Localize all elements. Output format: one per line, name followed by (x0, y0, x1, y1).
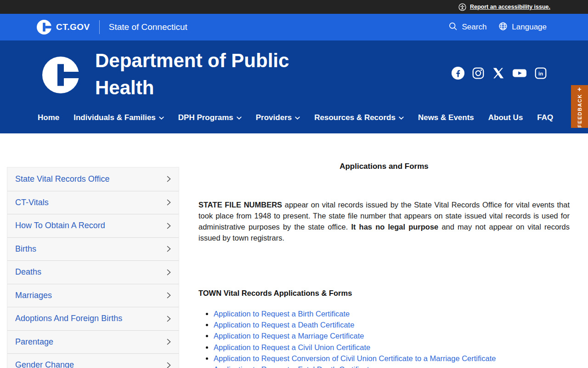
link-fetal-death-certificate[interactable]: Application to Request a Fetal Death Cer… (214, 365, 373, 368)
chevron-right-icon (167, 199, 171, 206)
sidebar-item-marriages[interactable]: Marriages (7, 284, 179, 307)
svg-text:in: in (538, 71, 543, 76)
nav-providers[interactable]: Providers (256, 113, 300, 122)
chevron-down-icon (295, 116, 300, 120)
chevron-right-icon (167, 269, 171, 276)
ctgov-wordmark: CT.GOV (56, 22, 90, 32)
feedback-tab[interactable]: + FEEDBACK (571, 85, 588, 128)
report-accessibility-link[interactable]: Report an accessibility issue. (470, 4, 550, 10)
list-item: Application to Request a Civil Union Cer… (214, 342, 570, 353)
feedback-label: FEEDBACK (577, 94, 582, 127)
intro-paragraph: STATE FILE NUMBERS appear on vital recor… (198, 199, 570, 243)
section-sidebar: State Vital Records Office CT-Vitals How… (7, 167, 179, 368)
agency-header: Department of Public Health (0, 40, 588, 133)
nav-about-us[interactable]: About Us (488, 113, 523, 122)
language-label: Language (512, 23, 547, 32)
brand-divider (99, 20, 100, 34)
search-button[interactable]: Search (448, 22, 486, 33)
list-item: Application to Request a Birth Certifica… (214, 308, 570, 319)
main-navigation: Home Individuals & Families DPH Programs… (38, 113, 553, 122)
sidebar-item-ct-vitals[interactable]: CT-Vitals (7, 191, 179, 214)
intro-bold-state-file-numbers: STATE FILE NUMBERS (198, 201, 282, 209)
sidebar-item-state-vital-records-office[interactable]: State Vital Records Office (7, 167, 179, 191)
sidebar-item-how-to-obtain-a-record[interactable]: How To Obtain A Record (7, 214, 179, 237)
sidebar-item-births[interactable]: Births (7, 237, 179, 261)
link-civil-union-certificate[interactable]: Application to Request a Civil Union Cer… (214, 343, 370, 351)
nav-individuals-families[interactable]: Individuals & Families (74, 113, 164, 122)
list-item: Application to Request a Marriage Certif… (214, 330, 570, 341)
utility-bar: CT.GOV State of Connecticut Search (0, 14, 588, 40)
chevron-down-icon (399, 116, 404, 120)
search-icon (448, 22, 458, 33)
forms-link-list: Application to Request a Birth Certifica… (198, 308, 570, 368)
sidebar-item-parentage[interactable]: Parentage (7, 330, 179, 354)
page-title: Applications and Forms (198, 162, 570, 171)
chevron-right-icon (167, 176, 171, 182)
dph-logo-icon (42, 57, 79, 93)
agency-title: Department of Public Health (95, 47, 352, 101)
feedback-plus: + (577, 85, 582, 93)
chevron-down-icon (159, 116, 164, 120)
list-item: Application to Request Conversion of Civ… (214, 353, 570, 364)
list-item: Application to Request a Fetal Death Cer… (214, 364, 570, 368)
nav-resources-records[interactable]: Resources & Records (314, 113, 404, 122)
chevron-right-icon (167, 223, 171, 229)
x-icon[interactable] (492, 66, 505, 80)
linkedin-icon[interactable]: in (534, 66, 548, 80)
link-death-certificate[interactable]: Application to Request a Death Certifica… (214, 321, 354, 329)
nav-dph-programs[interactable]: DPH Programs (178, 113, 242, 122)
nav-home[interactable]: Home (38, 113, 59, 122)
instagram-icon[interactable] (471, 66, 485, 80)
list-item: Application to Request a Death Certifica… (214, 319, 570, 330)
chevron-right-icon (167, 316, 171, 322)
language-button[interactable]: Language (498, 22, 547, 33)
globe-icon (498, 22, 508, 33)
accessibility-icon (458, 3, 466, 11)
town-forms-heading: TOWN Vital Records Applications & Forms (198, 289, 570, 298)
social-icons: in (451, 66, 548, 80)
site-name-link[interactable]: State of Connecticut (109, 22, 187, 32)
main-content: Applications and Forms STATE FILE NUMBER… (198, 162, 570, 368)
chevron-right-icon (167, 339, 171, 345)
youtube-icon[interactable] (512, 66, 527, 80)
accessibility-bar: Report an accessibility issue. (0, 0, 588, 14)
chevron-down-icon (237, 116, 242, 120)
link-birth-certificate[interactable]: Application to Request a Birth Certifica… (214, 310, 350, 318)
nav-news-events[interactable]: News & Events (418, 113, 474, 122)
nav-faq[interactable]: FAQ (537, 113, 553, 122)
ctgov-home-link[interactable]: CT.GOV (37, 20, 90, 34)
sidebar-item-adoptions-and-foreign-births[interactable]: Adoptions And Foreign Births (7, 307, 179, 330)
link-marriage-certificate[interactable]: Application to Request a Marriage Certif… (214, 332, 364, 340)
sidebar-item-deaths[interactable]: Deaths (7, 260, 179, 284)
facebook-icon[interactable] (451, 66, 465, 80)
sidebar-item-gender-change[interactable]: Gender Change (7, 353, 179, 368)
chevron-right-icon (167, 292, 171, 299)
intro-bold-no-legal-purpose: It has no legal purpose (351, 223, 438, 231)
search-label: Search (462, 23, 486, 32)
link-civil-union-conversion[interactable]: Application to Request Conversion of Civ… (214, 354, 496, 362)
page: Report an accessibility issue. CT.GOV St… (0, 0, 588, 368)
ctgov-logo-icon (37, 20, 51, 34)
chevron-right-icon (167, 362, 171, 368)
chevron-right-icon (167, 246, 171, 252)
